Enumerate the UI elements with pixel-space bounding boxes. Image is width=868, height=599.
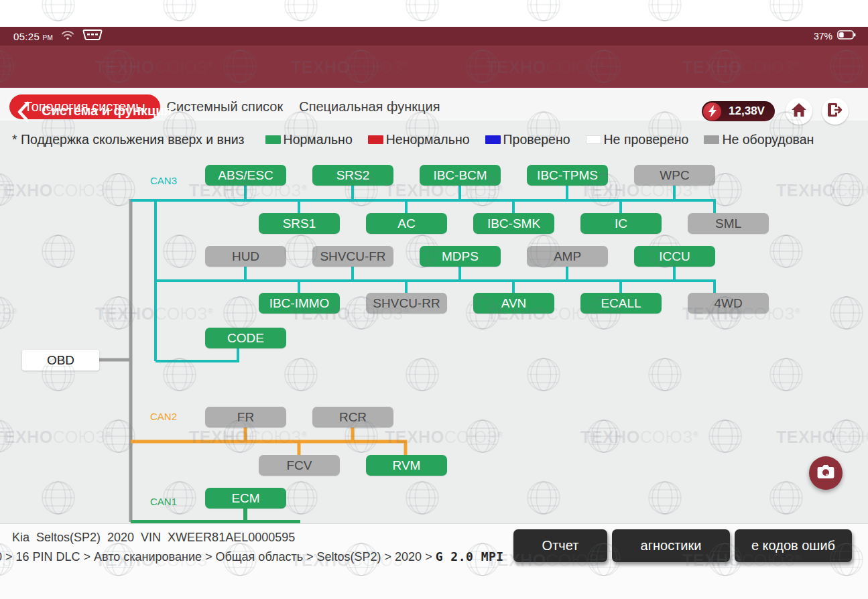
node-ibc-bcm[interactable]: IBC-BCM: [420, 165, 501, 186]
legend-label-4: Не оборудован: [722, 132, 814, 147]
home-button[interactable]: [786, 98, 812, 125]
page-title: Система и функция: [42, 103, 172, 119]
legend-swatch-0: [265, 135, 281, 144]
clear-dtc-button[interactable]: е кодов ошиб: [735, 529, 852, 562]
node-amp[interactable]: AMP: [527, 246, 608, 267]
can3-label: CAN3: [150, 175, 177, 186]
node-shvcu-rr[interactable]: SHVCU-RR: [366, 293, 447, 314]
legend-item-3: Не проверено: [586, 132, 689, 147]
diagnostic-path: 0 > 16 PIN DLC > Авто сканирование > Общ…: [0, 549, 504, 564]
vehicle-info: Kia Seltos(SP2) 2020 VIN XWEER81AEL00005…: [12, 531, 295, 545]
node-hud[interactable]: HUD: [205, 246, 286, 267]
can1-label: CAN1: [150, 496, 177, 507]
screenshot-button[interactable]: [809, 456, 843, 490]
legend-item-1: Ненормально: [368, 132, 470, 147]
node-abs-esc[interactable]: ABS/ESC: [205, 165, 286, 186]
legend-swatch-2: [485, 135, 501, 144]
home-icon: [791, 103, 807, 120]
app-root: 05:25 PM 37% Система и ф: [0, 0, 868, 599]
battery-icon: [837, 30, 856, 42]
diagnostics-button[interactable]: агностики: [612, 529, 730, 562]
camera-icon: [817, 464, 834, 482]
legend-swatch-1: [368, 135, 383, 144]
node-ibc-tpms[interactable]: IBC-TPMS: [527, 165, 608, 186]
status-bar: 05:25 PM 37%: [0, 27, 868, 46]
node-fcv[interactable]: FCV: [259, 455, 340, 476]
node-rvm[interactable]: RVM: [366, 455, 447, 476]
node-ecall[interactable]: ECALL: [580, 293, 662, 314]
node-4wd[interactable]: 4WD: [688, 293, 769, 314]
node-code[interactable]: CODE: [205, 328, 286, 348]
node-avn[interactable]: AVN: [473, 293, 554, 314]
node-ecm[interactable]: ECM: [205, 488, 286, 509]
exit-button[interactable]: [822, 98, 849, 125]
back-button[interactable]: [16, 101, 34, 123]
legend-label-3: Не проверено: [604, 132, 689, 147]
tab-special-function[interactable]: Специальная функция: [294, 99, 445, 115]
node-ic[interactable]: IC: [580, 213, 662, 234]
node-ibc-smk[interactable]: IBC-SMK: [473, 213, 554, 234]
node-ibc-immo[interactable]: IBC-IMMO: [259, 293, 340, 314]
node-srs2[interactable]: SRS2: [312, 165, 393, 186]
node-mdps[interactable]: MDPS: [420, 246, 501, 267]
node-obd: OBD: [22, 350, 99, 371]
status-legend: * Поддержка скольжения вверх и вниз Норм…: [12, 132, 814, 147]
node-ac[interactable]: AC: [366, 213, 447, 234]
scroll-hint-note: * Поддержка скольжения вверх и вниз: [12, 132, 245, 147]
exit-icon: [827, 103, 843, 120]
node-iccu[interactable]: ICCU: [634, 246, 715, 267]
header: Система и функция 12,38V: [0, 46, 868, 88]
legend-swatch-3: [586, 135, 601, 144]
legend-label-0: Нормально: [284, 132, 353, 147]
clock: 05:25 PM: [13, 31, 53, 42]
node-sml[interactable]: SML: [688, 213, 769, 234]
voltage-value: 12,38V: [721, 105, 775, 118]
legend-label-1: Ненормально: [386, 132, 470, 147]
lightning-icon: [703, 103, 721, 121]
battery-percent: 37%: [814, 31, 832, 42]
battery-voltage-badge: 12,38V: [702, 101, 775, 121]
legend-item-4: Не оборудован: [704, 132, 814, 147]
vci-connector-icon: [82, 29, 103, 44]
node-fr[interactable]: FR: [205, 407, 286, 427]
wifi-icon: [61, 29, 74, 43]
legend-swatch-4: [704, 135, 719, 144]
can2-label: CAN2: [150, 411, 177, 422]
footer-panel: Kia Seltos(SP2) 2020 VIN XWEER81AEL00005…: [0, 523, 868, 599]
legend-label-2: Проверено: [503, 132, 570, 147]
engine-code: G 2.0 MPI: [436, 549, 504, 563]
legend-item-0: Нормально: [265, 132, 353, 147]
node-shvcu-fr[interactable]: SHVCU-FR: [312, 246, 393, 267]
node-wpc[interactable]: WPC: [634, 165, 715, 186]
node-rcr[interactable]: RCR: [312, 407, 393, 427]
legend-item-2: Проверено: [485, 132, 570, 147]
tab-system-list[interactable]: Системный список: [162, 99, 289, 115]
node-srs1[interactable]: SRS1: [259, 213, 340, 234]
report-button[interactable]: Отчет: [513, 529, 607, 562]
